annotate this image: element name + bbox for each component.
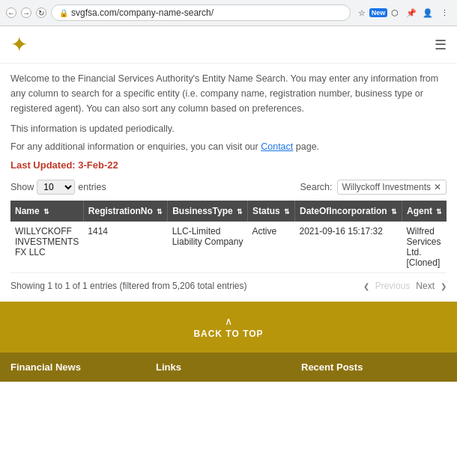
sort-biz-icon: ⇅ [237,208,243,216]
back-to-top-section[interactable]: ∧ BACK TO TOP [0,302,457,353]
update-text: This information is updated periodically… [10,123,447,134]
col-registration[interactable]: RegistrationNo ⇅ [83,201,167,222]
refresh-button[interactable]: ↻ [36,7,46,18]
contact-prefix: For any additional information or enquir… [10,141,258,152]
address-bar[interactable]: 🔒 svgfsa.com/company-name-search/ [51,4,351,21]
footer-links-title: Links [156,361,301,373]
cell-business-type: LLC-Limited Liability Company [168,222,248,273]
last-updated-label: Last Updated: [10,159,76,171]
lock-icon: 🔒 [59,9,68,17]
menu-button[interactable]: ⋮ [438,6,451,19]
back-to-top-label: BACK TO TOP [0,329,457,339]
sort-status-icon: ⇅ [284,208,290,216]
results-table: Name ⇅ RegistrationNo ⇅ BusinessType ⇅ S… [10,201,447,273]
cell-registration: 1414 [83,222,167,273]
cell-date: 2021-09-16 15:17:32 [295,222,402,273]
clear-search-button[interactable]: ✕ [434,182,441,192]
back-button[interactable]: ← [6,7,16,18]
chevron-next-icon: ❯ [441,282,447,290]
last-updated-date-val: 3-Feb-22 [78,159,118,171]
col-agent[interactable]: Agent ⇅ [402,201,447,222]
entries-label: entries [78,182,106,192]
table-controls: Show 10 25 50 100 entries Search: Willyc… [10,180,447,195]
footer: Financial News Links Recent Posts [0,353,457,382]
col-name[interactable]: Name ⇅ [10,201,83,222]
col-date[interactable]: DateOfIncorporation ⇅ [295,201,402,222]
main-content: Welcome to the Financial Services Author… [0,64,457,302]
contact-suffix: page. [296,141,319,152]
contact-paragraph: For any additional information or enquir… [10,141,447,152]
browser-toolbar-icons: ☆ New ⬡ 📌 👤 ⋮ [355,6,451,19]
logo-icon: ✦ [10,32,28,57]
sort-agent-icon: ⇅ [436,208,442,216]
contact-link[interactable]: Contact [261,141,293,152]
cell-agent: Wilfred Services Ltd. [Cloned] [402,222,447,273]
pagination-text: Showing 1 to 1 of 1 entries (filtered fr… [10,281,247,291]
page-header: ✦ ☰ [0,26,457,64]
intro-paragraph: Welcome to the Financial Services Author… [10,71,447,116]
table-body: WILLYCKOFF INVESTMENTS FX LLC 1414 LLC-L… [10,222,447,273]
footer-col-posts: Recent Posts [301,361,447,373]
sort-name-icon: ⇅ [43,208,49,216]
footer-news-title: Financial News [10,361,156,373]
last-updated: Last Updated: 3-Feb-22 [10,159,447,171]
table-row: WILLYCKOFF INVESTMENTS FX LLC 1414 LLC-L… [10,222,447,273]
sort-reg-icon: ⇅ [157,208,163,216]
hamburger-menu[interactable]: ☰ [435,37,447,53]
browser-chrome: ← → ↻ 🔒 svgfsa.com/company-name-search/ … [0,0,457,26]
forward-button[interactable]: → [21,7,31,18]
search-box[interactable]: Willyckoff Investments ✕ [337,180,447,195]
account-icon[interactable]: 👤 [421,6,435,19]
profile-icon[interactable]: New [372,6,385,19]
search-area: Search: Willyckoff Investments ✕ [300,180,447,195]
entries-select[interactable]: 10 25 50 100 [37,180,75,195]
url-text: svgfsa.com/company-name-search/ [71,7,214,18]
footer-col-news: Financial News [10,361,156,373]
logo: ✦ [10,32,28,57]
show-label: Show [10,182,34,192]
col-status[interactable]: Status ⇅ [248,201,295,222]
search-value: Willyckoff Investments [342,182,431,192]
pin-icon[interactable]: 📌 [405,6,418,19]
chevron-prev-icon: ❮ [363,282,369,290]
col-business-type[interactable]: BusinessType ⇅ [168,201,248,222]
back-to-top-arrow: ∧ [0,315,457,327]
table-wrapper: Name ⇅ RegistrationNo ⇅ BusinessType ⇅ S… [10,201,447,273]
table-header: Name ⇅ RegistrationNo ⇅ BusinessType ⇅ S… [10,201,447,222]
cell-name: WILLYCKOFF INVESTMENTS FX LLC [10,222,83,273]
pagination-info: Showing 1 to 1 of 1 entries (filtered fr… [10,281,447,291]
footer-posts-title: Recent Posts [301,361,447,373]
show-entries: Show 10 25 50 100 entries [10,180,106,195]
search-label: Search: [300,182,332,192]
next-button[interactable]: Next [416,281,435,291]
footer-col-links: Links [156,361,301,373]
sort-date-icon: ⇅ [391,208,397,216]
new-badge: New [369,8,388,17]
cell-status: Active [248,222,295,273]
bookmark-icon[interactable]: ☆ [355,6,369,19]
extension-icon[interactable]: ⬡ [388,6,402,19]
previous-button[interactable]: Previous [375,281,411,291]
pagination-nav: ❮ Previous Next ❯ [363,281,447,291]
